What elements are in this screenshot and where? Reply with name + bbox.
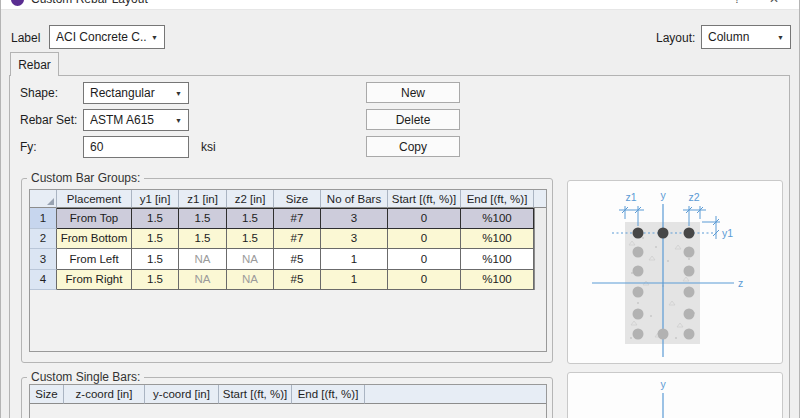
cell-y1[interactable]: 1.5 — [132, 249, 179, 270]
column-header-y1[interactable]: y1 [in] — [132, 190, 179, 208]
column-header-z-coord[interactable]: z-coord [in] — [64, 385, 145, 404]
column-header-y-coord[interactable]: y-coord [in] — [145, 385, 219, 404]
rebar-selected-bars — [633, 228, 695, 239]
z-axis-label: z — [738, 277, 743, 289]
cell-y1[interactable]: 1.5 — [132, 208, 179, 229]
cell-size[interactable]: #5 — [274, 249, 321, 270]
chevron-down-icon: ▼ — [151, 34, 158, 41]
cell-bars[interactable]: 3 — [321, 229, 388, 250]
column-header-end[interactable]: End [(ft, %)] — [461, 190, 534, 208]
layout-dropdown-value: Column — [708, 30, 773, 44]
cell-z1[interactable]: NA — [179, 249, 227, 270]
single-bars-diagram: y — [567, 372, 783, 418]
row-filler — [534, 229, 546, 250]
tab-rebar-label: Rebar — [18, 58, 51, 72]
single-bars-drawing: y — [568, 373, 782, 418]
column-header-z1[interactable]: z1 [in] — [179, 190, 227, 208]
title-bar: Custom Rebar Layout ? ✕ — [1, 0, 799, 10]
row-filler — [534, 249, 546, 270]
rebar-section-drawing: y z z1 — [568, 181, 782, 363]
row-header-4[interactable]: 4 — [30, 270, 57, 291]
grid-corner-cell[interactable] — [30, 190, 57, 208]
column-header-z2[interactable]: z2 [in] — [227, 190, 274, 208]
column-header-size[interactable]: Size — [30, 385, 64, 404]
rebar-set-caption: Rebar Set: — [20, 113, 77, 127]
cell-placement[interactable]: From Left — [57, 249, 132, 270]
header-filler — [365, 385, 546, 404]
label-dropdown[interactable]: ACI Concrete C... ▼ — [49, 25, 165, 49]
label-dropdown-value: ACI Concrete C... — [56, 30, 147, 44]
cell-bars[interactable]: 1 — [321, 270, 388, 291]
custom-single-bars-table: Size z-coord [in] y-coord [in] Start [(f… — [29, 384, 547, 418]
cell-bars[interactable]: 1 — [321, 249, 388, 270]
column-header-end[interactable]: End [(ft, %)] — [292, 385, 365, 404]
shape-caption: Shape: — [20, 86, 58, 100]
tab-rebar[interactable]: Rebar — [10, 52, 59, 76]
cell-start[interactable]: 0 — [388, 270, 461, 291]
copy-button[interactable]: Copy — [366, 136, 460, 157]
cell-start[interactable]: 0 — [388, 208, 461, 229]
cell-end[interactable]: %100 — [461, 249, 534, 270]
column-header-start[interactable]: Start [(ft, %)] — [219, 385, 292, 404]
column-header-start[interactable]: Start [(ft, %)] — [388, 190, 461, 208]
cell-placement[interactable]: From Bottom — [57, 229, 132, 250]
y-axis-label: y — [660, 189, 666, 201]
chevron-down-icon: ▼ — [175, 90, 182, 97]
cell-z2[interactable]: NA — [227, 270, 274, 291]
fy-caption: Fy: — [20, 140, 37, 154]
rebar-set-dropdown[interactable]: ASTM A615 ▼ — [83, 109, 189, 131]
rebar-set-dropdown-value: ASTM A615 — [90, 113, 171, 127]
label-caption: Label — [11, 31, 40, 45]
cell-placement[interactable]: From Right — [57, 270, 132, 291]
cell-end[interactable]: %100 — [461, 229, 534, 250]
cell-end[interactable]: %100 — [461, 208, 534, 229]
row-header-3[interactable]: 3 — [30, 249, 57, 270]
cell-z2[interactable]: 1.5 — [227, 229, 274, 250]
fy-unit-label: ksi — [201, 140, 216, 154]
row-filler — [534, 270, 546, 291]
y1-dimension — [702, 216, 720, 239]
cell-size[interactable]: #5 — [274, 270, 321, 291]
cell-y1[interactable]: 1.5 — [132, 229, 179, 250]
cell-z1[interactable]: 1.5 — [179, 229, 227, 250]
z2-dimension-label: z2 — [688, 191, 699, 203]
row-header-1[interactable]: 1 — [30, 208, 57, 229]
column-header-size[interactable]: Size — [274, 190, 321, 208]
custom-rebar-layout-dialog: Custom Rebar Layout ? ✕ Label ACI Concre… — [0, 0, 800, 418]
column-section-diagram: y z z1 — [567, 180, 783, 364]
cell-bars[interactable]: 3 — [321, 208, 388, 229]
custom-single-bars-title: Custom Single Bars: — [27, 370, 144, 384]
cell-start[interactable]: 0 — [388, 229, 461, 250]
new-button[interactable]: New — [366, 82, 460, 103]
column-header-no-of-bars[interactable]: No of Bars — [321, 190, 388, 208]
chevron-down-icon: ▼ — [777, 34, 784, 41]
fy-field-value: 60 — [90, 140, 103, 154]
row-filler — [534, 208, 546, 229]
window-title: Custom Rebar Layout — [31, 0, 715, 6]
column-header-placement[interactable]: Placement — [57, 190, 132, 208]
row-header-2[interactable]: 2 — [30, 229, 57, 250]
shape-dropdown-value: Rectangular — [90, 86, 171, 100]
header-filler — [534, 190, 546, 208]
layout-dropdown[interactable]: Column ▼ — [701, 25, 791, 49]
cell-z1[interactable]: NA — [179, 270, 227, 291]
cell-z1[interactable]: 1.5 — [179, 208, 227, 229]
cell-placement[interactable]: From Top — [57, 208, 132, 229]
help-button[interactable]: ? — [722, 0, 752, 6]
cell-end[interactable]: %100 — [461, 270, 534, 291]
close-button[interactable]: ✕ — [759, 0, 789, 6]
cell-z2[interactable]: 1.5 — [227, 208, 274, 229]
cell-size[interactable]: #7 — [274, 208, 321, 229]
cell-size[interactable]: #7 — [274, 229, 321, 250]
cell-z2[interactable]: NA — [227, 249, 274, 270]
shape-dropdown[interactable]: Rectangular ▼ — [83, 82, 189, 104]
z1-dimension-label: z1 — [625, 191, 636, 203]
fy-field[interactable]: 60 — [83, 136, 189, 158]
cell-y1[interactable]: 1.5 — [132, 270, 179, 291]
layout-caption: Layout: — [656, 31, 695, 45]
custom-bar-groups-title: Custom Bar Groups: — [27, 171, 144, 185]
custom-bar-groups-table: Placement y1 [in] z1 [in] z2 [in] Size N… — [29, 189, 547, 352]
delete-button[interactable]: Delete — [366, 109, 460, 130]
y-axis-label: y — [660, 378, 666, 390]
cell-start[interactable]: 0 — [388, 249, 461, 270]
